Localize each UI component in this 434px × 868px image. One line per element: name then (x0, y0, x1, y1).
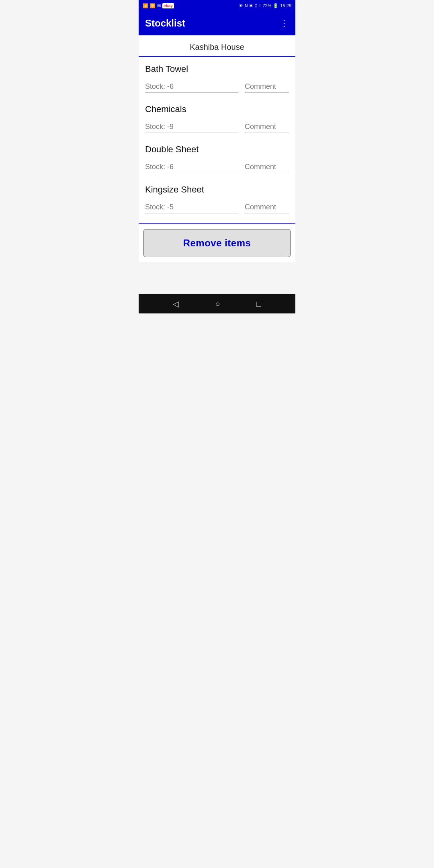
item-name: Bath Towel (145, 64, 289, 74)
mail-icon: ✉ (157, 3, 161, 8)
stock-input[interactable] (145, 81, 238, 93)
status-bar: 📶 🛜 ✉ ebay 👁 N ✱ ⚲ ⁞ 72% 🔋 15:29 (139, 0, 295, 11)
battery-percent: 72% (262, 3, 271, 8)
item-name: Double Sheet (145, 144, 289, 155)
list-item: Bath Towel (145, 57, 289, 97)
wifi-icon: 🛜 (150, 3, 156, 8)
bottom-divider (139, 223, 295, 225)
item-fields (145, 81, 289, 93)
list-item: Double Sheet (145, 137, 289, 177)
comment-input[interactable] (245, 201, 289, 213)
location-name: Kashiba House (190, 43, 244, 51)
stock-input[interactable] (145, 201, 238, 213)
n-icon: N (245, 4, 248, 8)
list-item: Chemicals (145, 97, 289, 137)
comment-field-group (245, 201, 289, 213)
list-item: Kingsize Sheet (145, 177, 289, 217)
location-icon: ⚲ (254, 3, 258, 8)
app-title: Stocklist (145, 18, 185, 29)
comment-field-group (245, 81, 289, 93)
stock-field-group (145, 161, 238, 173)
comment-input[interactable] (245, 81, 289, 93)
status-left-icons: 📶 🛜 ✉ ebay (143, 3, 174, 8)
comment-field-group (245, 121, 289, 133)
stock-list: Bath Towel Chemicals (139, 57, 295, 220)
remove-items-label: Remove items (183, 237, 251, 248)
bluetooth-icon: ✱ (249, 3, 253, 8)
overflow-menu-icon[interactable]: ⋮ (280, 18, 289, 29)
remove-items-button[interactable]: Remove items (143, 229, 291, 257)
home-button[interactable]: ○ (215, 299, 220, 309)
ebay-label: ebay (162, 3, 174, 8)
status-right-icons: 👁 N ✱ ⚲ ⁞ 72% 🔋 15:29 (239, 3, 291, 8)
item-fields (145, 121, 289, 133)
item-name: Kingsize Sheet (145, 184, 289, 195)
item-name: Chemicals (145, 104, 289, 115)
back-button[interactable]: ◁ (173, 299, 179, 309)
stock-field-group (145, 201, 238, 213)
vibrate-icon: ⁞ (259, 3, 261, 8)
main-content: Kashiba House Bath Towel Chemicals (139, 35, 295, 262)
stock-input[interactable] (145, 161, 238, 173)
stock-field-group (145, 81, 238, 93)
battery-icon: 🔋 (273, 3, 278, 8)
recents-button[interactable]: □ (256, 299, 261, 309)
item-fields (145, 161, 289, 173)
item-fields (145, 201, 289, 213)
comment-input[interactable] (245, 161, 289, 173)
bottom-space (139, 262, 295, 294)
nav-bar: ◁ ○ □ (139, 294, 295, 313)
stock-input[interactable] (145, 121, 238, 133)
signal-icon: 📶 (143, 3, 148, 8)
comment-input[interactable] (245, 121, 289, 133)
location-header: Kashiba House (139, 35, 295, 57)
comment-field-group (245, 161, 289, 173)
app-bar: Stocklist ⋮ (139, 11, 295, 35)
clock: 15:29 (280, 3, 291, 8)
eye-icon: 👁 (239, 3, 243, 8)
stock-field-group (145, 121, 238, 133)
